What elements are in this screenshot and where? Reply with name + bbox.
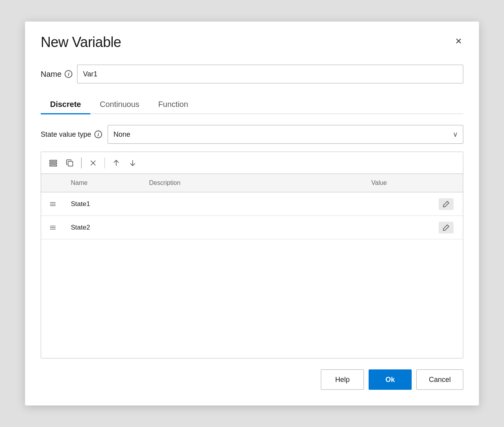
add-list-icon [49, 159, 58, 167]
tabs-row: Discrete Continuous Function [41, 96, 463, 114]
toolbar-divider-2 [104, 157, 105, 168]
arrow-up-icon [112, 159, 121, 167]
row-handle-icon [41, 218, 65, 237]
table-row: State2 [41, 216, 463, 239]
state-value-dropdown-wrapper: None Integer Real String ∨ [108, 125, 463, 144]
arrow-down-icon [128, 159, 137, 167]
col-name-header: Name [65, 174, 143, 192]
svg-rect-3 [68, 161, 73, 166]
col-description-header: Description [143, 174, 365, 192]
col-value-header: Value [365, 174, 436, 192]
row-2-description [143, 222, 365, 233]
dialog-title: New Variable [41, 34, 121, 51]
svg-rect-2 [50, 165, 57, 166]
row-handle-icon [41, 195, 65, 214]
table-header: Name Description Value [41, 174, 463, 192]
state-value-row: State value type i None Integer Real Str… [41, 125, 463, 144]
tab-function[interactable]: Function [149, 96, 198, 114]
svg-rect-1 [50, 163, 57, 164]
state-value-info-icon: i [94, 130, 102, 138]
name-input[interactable] [77, 65, 463, 83]
name-info-icon: i [65, 70, 72, 78]
lines-icon [49, 224, 57, 232]
state-value-label-text: State value type [41, 130, 91, 139]
pencil-icon [443, 201, 450, 208]
row-2-edit-button[interactable] [439, 222, 454, 233]
copy-icon [65, 159, 74, 167]
name-label: Name i [41, 70, 72, 79]
dialog-footer: Help Ok Cancel [41, 358, 463, 390]
row-2-actions [436, 219, 463, 237]
name-label-text: Name [41, 70, 61, 79]
state-value-label: State value type i [41, 130, 102, 139]
lines-icon [49, 200, 57, 208]
cancel-button[interactable]: Cancel [416, 369, 463, 390]
table-toolbar [41, 152, 463, 174]
row-1-description [143, 199, 365, 210]
table-body: State1 [41, 192, 463, 358]
name-row: Name i [41, 65, 463, 83]
state-value-dropdown[interactable]: None Integer Real String [108, 125, 463, 144]
col-actions-header [436, 174, 463, 192]
move-up-button[interactable] [109, 156, 124, 170]
row-1-value [365, 199, 436, 210]
delete-icon [89, 159, 97, 167]
tab-continuous[interactable]: Continuous [90, 96, 149, 114]
tab-discrete[interactable]: Discrete [41, 96, 90, 114]
add-row-button[interactable] [46, 156, 61, 170]
toolbar-divider-1 [81, 157, 82, 168]
row-2-value [365, 222, 436, 233]
new-variable-dialog: New Variable × Name i Discrete Continuou… [25, 22, 479, 405]
row-2-name: State2 [65, 218, 143, 237]
row-1-actions [436, 195, 463, 213]
row-1-edit-button[interactable] [439, 198, 454, 210]
close-button[interactable]: × [454, 34, 463, 48]
table-row: State1 [41, 192, 463, 216]
col-handle [41, 174, 65, 192]
table-empty-area [41, 239, 463, 286]
delete-row-button[interactable] [86, 156, 101, 170]
states-table-container: Name Description Value State1 [41, 152, 463, 358]
help-button[interactable]: Help [321, 369, 364, 390]
move-down-button[interactable] [125, 156, 140, 170]
copy-row-button[interactable] [62, 156, 77, 170]
pencil-icon [443, 224, 450, 231]
ok-button[interactable]: Ok [369, 369, 412, 390]
row-1-name: State1 [65, 195, 143, 214]
dialog-header: New Variable × [41, 34, 463, 51]
svg-rect-0 [50, 160, 57, 161]
